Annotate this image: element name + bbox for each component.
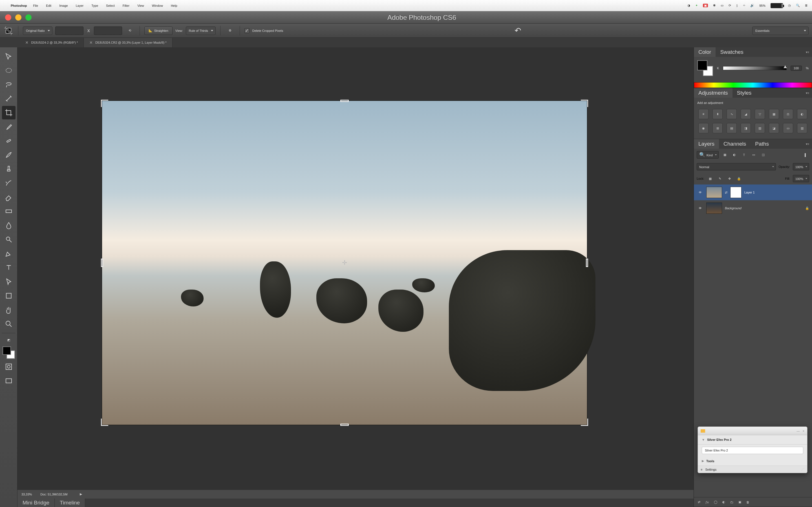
tool-gradient[interactable]: [2, 205, 15, 218]
tool-heal[interactable]: [2, 134, 15, 148]
crop-ratio-dropdown[interactable]: Original Ratio: [23, 26, 52, 35]
status-compass-icon[interactable]: ◷: [788, 4, 791, 7]
workspace-dropdown[interactable]: Essentials: [752, 26, 809, 35]
status-battery-pct[interactable]: 95%: [759, 4, 765, 7]
tool-shape[interactable]: [2, 289, 15, 302]
layer-name[interactable]: Layer 1: [744, 191, 755, 194]
tab-paths[interactable]: Paths: [751, 139, 773, 149]
crop-handle-bl[interactable]: [101, 418, 108, 426]
tab-channels[interactable]: Channels: [719, 139, 751, 149]
delete-cropped-checkbox[interactable]: ✓: [245, 28, 250, 33]
crop-tool-icon[interactable]: [3, 25, 13, 36]
tool-wand[interactable]: [2, 92, 15, 105]
hue-ramp[interactable]: [694, 82, 812, 88]
crop-handle-left[interactable]: [101, 259, 103, 267]
window-close-button[interactable]: [5, 14, 11, 20]
status-menu-icon[interactable]: ▶: [80, 492, 82, 496]
tool-type[interactable]: [2, 261, 15, 274]
layer-thumbnail[interactable]: [706, 203, 722, 214]
plugin-preset-row[interactable]: Silver Efex Pro 2: [702, 447, 803, 454]
mac-menubar[interactable]: Photoshop File Edit Image Layer Type Sel…: [0, 0, 812, 11]
crop-handle-tr[interactable]: [581, 100, 588, 107]
undo-history-icon[interactable]: ↶: [513, 25, 523, 36]
app-name[interactable]: Photoshop: [11, 4, 27, 7]
crop-handle-br[interactable]: [581, 418, 588, 426]
filter-smart-icon[interactable]: ◫: [760, 152, 767, 158]
tab-swatches[interactable]: Swatches: [716, 47, 748, 57]
adj-mixer-icon[interactable]: ⊞: [712, 123, 723, 133]
straighten-button[interactable]: 📐Straighten: [144, 26, 172, 35]
menu-image[interactable]: Image: [59, 4, 68, 7]
filter-adjust-icon[interactable]: ◐: [731, 152, 738, 158]
status-bluetooth-icon[interactable]: ᛒ: [736, 4, 738, 7]
screen-mode-icon[interactable]: [2, 374, 15, 388]
opacity-input[interactable]: 100%: [793, 163, 809, 170]
tab-layers[interactable]: Layers: [694, 139, 719, 149]
plugin-resize-icon[interactable]: ⋰: [801, 467, 804, 471]
adj-vibrance-icon[interactable]: ▽: [755, 109, 765, 119]
adj-hue-icon[interactable]: ▦: [769, 109, 779, 119]
menu-edit[interactable]: Edit: [46, 4, 51, 7]
tool-marquee[interactable]: [2, 64, 15, 77]
zoom-level[interactable]: 33,33%: [21, 493, 32, 496]
status-clip-icon[interactable]: ❃: [713, 4, 716, 7]
adj-bw-icon[interactable]: ◐: [797, 109, 807, 119]
layer-mask-thumbnail[interactable]: [730, 187, 742, 198]
tab-color[interactable]: Color: [694, 47, 716, 57]
filter-type-icon[interactable]: T: [741, 152, 748, 158]
tool-zoom[interactable]: [2, 317, 15, 331]
crop-view-dropdown[interactable]: Rule of Thirds: [186, 26, 216, 35]
adj-levels-icon[interactable]: ⬍: [712, 109, 723, 119]
layer-row[interactable]: 👁 ⇄ Layer 1: [694, 184, 812, 200]
new-adjustment-icon[interactable]: ◐: [722, 500, 725, 504]
new-layer-icon[interactable]: ▣: [739, 500, 741, 504]
tool-lasso[interactable]: [2, 78, 15, 91]
plugin-close-icon[interactable]: ×: [803, 429, 804, 433]
crop-clear-icon[interactable]: ⟲: [125, 25, 135, 36]
tool-history-brush[interactable]: [2, 176, 15, 190]
plugin-settings-menu-icon[interactable]: ≡: [701, 468, 702, 471]
status-sync-icon[interactable]: ◑: [688, 4, 690, 7]
lock-transparency-icon[interactable]: ▦: [707, 175, 714, 182]
menu-layer[interactable]: Layer: [76, 4, 84, 7]
document-tab[interactable]: × D53U5324-2 @ 33,3% (RGB/8*) *: [20, 38, 84, 47]
crop-width-input[interactable]: [55, 26, 84, 35]
delete-layer-icon[interactable]: 🗑: [746, 501, 749, 504]
document-tab[interactable]: × D53U5324.CR2 @ 33,3% (Layer 1, Layer M…: [84, 38, 172, 47]
menu-file[interactable]: File: [33, 4, 38, 7]
window-zoom-button[interactable]: [26, 14, 32, 20]
plugin-titlebar[interactable]: — ×: [698, 427, 807, 435]
filter-shape-icon[interactable]: ▭: [750, 152, 757, 158]
lock-pixels-icon[interactable]: ✎: [716, 175, 723, 182]
adj-lookup-icon[interactable]: ▤: [726, 123, 737, 133]
lock-all-icon[interactable]: 🔒: [735, 175, 742, 182]
visibility-icon[interactable]: 👁: [697, 207, 703, 210]
menu-filter[interactable]: Filter: [123, 4, 130, 7]
status-timemachine-icon[interactable]: ⟳: [728, 4, 731, 7]
filter-pixel-icon[interactable]: ▦: [721, 152, 728, 158]
tool-eyedropper[interactable]: [2, 120, 15, 133]
k-value[interactable]: 100: [791, 66, 802, 71]
status-user-icon[interactable]: ▣: [703, 4, 708, 7]
menu-select[interactable]: Select: [106, 4, 115, 7]
adj-brightness-icon[interactable]: ☀: [698, 109, 709, 119]
close-tab-icon[interactable]: ×: [26, 40, 29, 46]
color-swatches[interactable]: [2, 346, 15, 359]
adj-threshold-icon[interactable]: ◪: [769, 123, 779, 133]
tab-timeline[interactable]: Timeline: [55, 499, 85, 507]
plugin-panel[interactable]: — × ▼ Silver Efex Pro 2 Silver Efex Pro …: [698, 427, 808, 473]
plugin-minimize-icon[interactable]: —: [797, 429, 800, 433]
status-spotlight-icon[interactable]: 🔍: [796, 4, 800, 7]
default-colors-icon[interactable]: ◩: [2, 336, 15, 344]
menu-window[interactable]: Window: [152, 4, 163, 7]
crop-handle-tl[interactable]: [101, 100, 108, 107]
window-minimize-button[interactable]: [15, 14, 21, 20]
disclosure-triangle-icon[interactable]: ▼: [702, 438, 705, 441]
panel-menu-icon[interactable]: ▾≡: [803, 50, 812, 54]
plugin-settings-label[interactable]: Settings: [705, 468, 716, 471]
canvas[interactable]: ✛: [17, 47, 694, 490]
adj-curves-icon[interactable]: ∿: [726, 109, 737, 119]
lock-position-icon[interactable]: ✥: [726, 175, 733, 182]
new-group-icon[interactable]: 🗀: [730, 501, 733, 504]
disclosure-triangle-icon[interactable]: ▶: [702, 459, 704, 463]
